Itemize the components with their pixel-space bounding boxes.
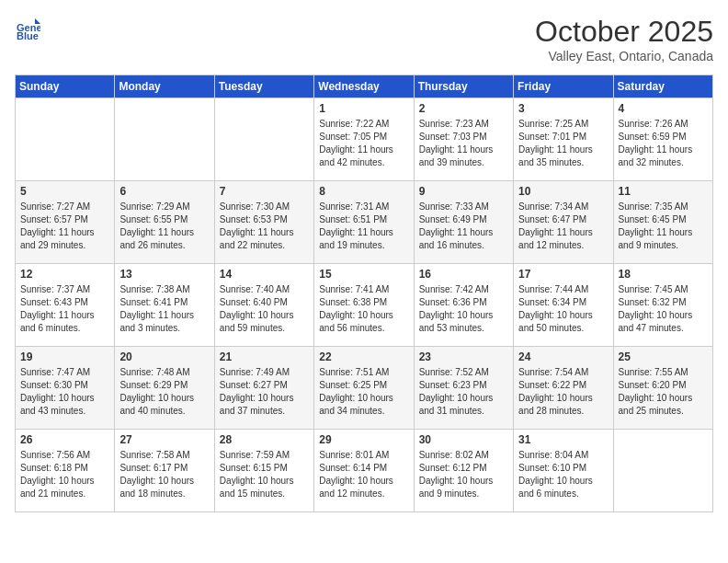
day-number: 7 [220, 185, 309, 198]
day-number: 30 [419, 433, 508, 446]
calendar-cell: 12Sunrise: 7:37 AMSunset: 6:43 PMDayligh… [16, 264, 115, 347]
calendar-cell: 15Sunrise: 7:41 AMSunset: 6:38 PMDayligh… [314, 264, 414, 347]
cell-info: Sunrise: 7:47 AMSunset: 6:30 PMDaylight:… [20, 366, 109, 418]
day-number: 24 [518, 350, 608, 363]
weekday-header-thursday: Thursday [414, 75, 513, 98]
cell-info: Sunrise: 7:23 AMSunset: 7:03 PMDaylight:… [419, 118, 508, 169]
cell-info: Sunrise: 7:38 AMSunset: 6:41 PMDaylight:… [119, 283, 209, 335]
calendar-cell: 25Sunrise: 7:55 AMSunset: 6:20 PMDayligh… [613, 347, 712, 430]
calendar-cell: 22Sunrise: 7:51 AMSunset: 6:25 PMDayligh… [314, 347, 414, 430]
calendar-cell [115, 98, 214, 181]
cell-info: Sunrise: 7:48 AMSunset: 6:29 PMDaylight:… [119, 366, 209, 418]
day-number: 19 [20, 350, 109, 363]
day-number: 3 [518, 102, 608, 115]
calendar-cell: 14Sunrise: 7:40 AMSunset: 6:40 PMDayligh… [214, 264, 313, 347]
day-number: 22 [319, 350, 408, 363]
weekday-header-tuesday: Tuesday [214, 75, 313, 98]
calendar-cell: 5Sunrise: 7:27 AMSunset: 6:57 PMDaylight… [16, 181, 115, 264]
weekday-header-wednesday: Wednesday [314, 75, 414, 98]
calendar-cell: 31Sunrise: 8:04 AMSunset: 6:10 PMDayligh… [514, 430, 613, 512]
calendar-cell: 17Sunrise: 7:44 AMSunset: 6:34 PMDayligh… [514, 264, 613, 347]
day-number: 15 [319, 268, 408, 281]
week-row-2: 5Sunrise: 7:27 AMSunset: 6:57 PMDaylight… [16, 181, 713, 264]
day-number: 9 [419, 185, 508, 198]
week-row-3: 12Sunrise: 7:37 AMSunset: 6:43 PMDayligh… [16, 264, 713, 347]
day-number: 31 [518, 433, 608, 446]
calendar-cell: 9Sunrise: 7:33 AMSunset: 6:49 PMDaylight… [414, 181, 513, 264]
cell-info: Sunrise: 7:45 AMSunset: 6:32 PMDaylight:… [619, 283, 708, 335]
cell-info: Sunrise: 7:29 AMSunset: 6:55 PMDaylight:… [119, 201, 209, 252]
weekday-header-monday: Monday [115, 75, 214, 98]
cell-info: Sunrise: 7:26 AMSunset: 6:59 PMDaylight:… [619, 118, 708, 169]
calendar-cell: 23Sunrise: 7:52 AMSunset: 6:23 PMDayligh… [414, 347, 513, 430]
day-number: 18 [619, 268, 708, 281]
cell-info: Sunrise: 7:30 AMSunset: 6:53 PMDaylight:… [220, 201, 309, 252]
logo: General Blue [15, 15, 40, 40]
calendar-cell: 11Sunrise: 7:35 AMSunset: 6:45 PMDayligh… [613, 181, 712, 264]
cell-info: Sunrise: 8:01 AMSunset: 6:14 PMDaylight:… [319, 449, 408, 500]
cell-info: Sunrise: 7:56 AMSunset: 6:18 PMDaylight:… [20, 449, 109, 500]
day-number: 5 [20, 185, 109, 198]
cell-info: Sunrise: 7:52 AMSunset: 6:23 PMDaylight:… [419, 366, 508, 418]
calendar-cell: 6Sunrise: 7:29 AMSunset: 6:55 PMDaylight… [115, 181, 214, 264]
calendar-cell: 20Sunrise: 7:48 AMSunset: 6:29 PMDayligh… [115, 347, 214, 430]
day-number: 1 [319, 102, 408, 115]
calendar-cell: 24Sunrise: 7:54 AMSunset: 6:22 PMDayligh… [514, 347, 613, 430]
calendar-cell: 27Sunrise: 7:58 AMSunset: 6:17 PMDayligh… [115, 430, 214, 512]
day-number: 6 [119, 185, 209, 198]
calendar-table: SundayMondayTuesdayWednesdayThursdayFrid… [15, 75, 713, 512]
calendar-cell: 28Sunrise: 7:59 AMSunset: 6:15 PMDayligh… [214, 430, 313, 512]
logo-icon: General Blue [15, 15, 40, 40]
day-number: 28 [220, 433, 309, 446]
day-number: 17 [518, 268, 608, 281]
calendar-cell [613, 430, 712, 512]
cell-info: Sunrise: 7:31 AMSunset: 6:51 PMDaylight:… [319, 201, 408, 252]
day-number: 26 [20, 433, 109, 446]
day-number: 4 [619, 102, 708, 115]
calendar-cell: 18Sunrise: 7:45 AMSunset: 6:32 PMDayligh… [613, 264, 712, 347]
cell-info: Sunrise: 7:55 AMSunset: 6:20 PMDaylight:… [619, 366, 708, 418]
day-number: 29 [319, 433, 408, 446]
day-number: 20 [119, 350, 209, 363]
weekday-header-saturday: Saturday [613, 75, 712, 98]
calendar-cell: 7Sunrise: 7:30 AMSunset: 6:53 PMDaylight… [214, 181, 313, 264]
weekday-header-friday: Friday [514, 75, 613, 98]
cell-info: Sunrise: 7:27 AMSunset: 6:57 PMDaylight:… [20, 201, 109, 252]
cell-info: Sunrise: 7:54 AMSunset: 6:22 PMDaylight:… [518, 366, 608, 418]
title-block: October 2025 Valley East, Ontario, Canad… [535, 15, 713, 63]
calendar-cell: 10Sunrise: 7:34 AMSunset: 6:47 PMDayligh… [514, 181, 613, 264]
week-row-5: 26Sunrise: 7:56 AMSunset: 6:18 PMDayligh… [16, 430, 713, 512]
svg-marker-2 [35, 18, 40, 24]
cell-info: Sunrise: 7:59 AMSunset: 6:15 PMDaylight:… [220, 449, 309, 500]
cell-info: Sunrise: 7:40 AMSunset: 6:40 PMDaylight:… [220, 283, 309, 335]
calendar-cell: 21Sunrise: 7:49 AMSunset: 6:27 PMDayligh… [214, 347, 313, 430]
cell-info: Sunrise: 7:35 AMSunset: 6:45 PMDaylight:… [619, 201, 708, 252]
cell-info: Sunrise: 7:37 AMSunset: 6:43 PMDaylight:… [20, 283, 109, 335]
day-number: 13 [119, 268, 209, 281]
cell-info: Sunrise: 8:02 AMSunset: 6:12 PMDaylight:… [419, 449, 508, 500]
calendar-cell: 19Sunrise: 7:47 AMSunset: 6:30 PMDayligh… [16, 347, 115, 430]
weekday-header-row: SundayMondayTuesdayWednesdayThursdayFrid… [16, 75, 713, 98]
svg-text:Blue: Blue [17, 30, 39, 40]
calendar-cell: 13Sunrise: 7:38 AMSunset: 6:41 PMDayligh… [115, 264, 214, 347]
week-row-4: 19Sunrise: 7:47 AMSunset: 6:30 PMDayligh… [16, 347, 713, 430]
day-number: 14 [220, 268, 309, 281]
calendar-cell: 2Sunrise: 7:23 AMSunset: 7:03 PMDaylight… [414, 98, 513, 181]
month-title: October 2025 [535, 15, 713, 49]
page-header: General Blue October 2025 Valley East, O… [15, 15, 713, 63]
cell-info: Sunrise: 7:51 AMSunset: 6:25 PMDaylight:… [319, 366, 408, 418]
day-number: 10 [518, 185, 608, 198]
day-number: 16 [419, 268, 508, 281]
calendar-cell: 3Sunrise: 7:25 AMSunset: 7:01 PMDaylight… [514, 98, 613, 181]
location-subtitle: Valley East, Ontario, Canada [535, 49, 713, 63]
cell-info: Sunrise: 7:44 AMSunset: 6:34 PMDaylight:… [518, 283, 608, 335]
calendar-cell [16, 98, 115, 181]
cell-info: Sunrise: 8:04 AMSunset: 6:10 PMDaylight:… [518, 449, 608, 500]
cell-info: Sunrise: 7:49 AMSunset: 6:27 PMDaylight:… [220, 366, 309, 418]
cell-info: Sunrise: 7:58 AMSunset: 6:17 PMDaylight:… [119, 449, 209, 500]
cell-info: Sunrise: 7:34 AMSunset: 6:47 PMDaylight:… [518, 201, 608, 252]
cell-info: Sunrise: 7:25 AMSunset: 7:01 PMDaylight:… [518, 118, 608, 169]
calendar-cell: 1Sunrise: 7:22 AMSunset: 7:05 PMDaylight… [314, 98, 414, 181]
week-row-1: 1Sunrise: 7:22 AMSunset: 7:05 PMDaylight… [16, 98, 713, 181]
day-number: 23 [419, 350, 508, 363]
